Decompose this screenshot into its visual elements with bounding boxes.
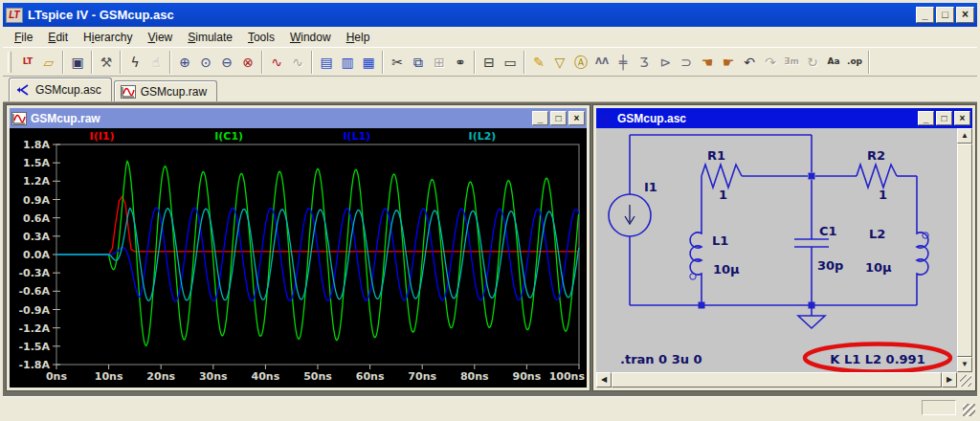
new-schematic-button[interactable]: LT xyxy=(17,51,38,74)
autorange-waveform-button[interactable]: ∿ xyxy=(266,51,287,74)
zoom-out-button[interactable]: ⊖ xyxy=(216,51,237,74)
autorange-waveform-icon: ∿ xyxy=(271,55,282,69)
spice-directive-button[interactable]: .op xyxy=(844,51,865,74)
svg-text:30p: 30p xyxy=(817,258,843,273)
schematic-minimize-button[interactable]: _ xyxy=(918,111,934,125)
window-titlebar[interactable]: LT LTspice IV - GSMcup.asc _ □ × xyxy=(3,3,977,27)
svg-text:90ns: 90ns xyxy=(513,370,542,383)
svg-text:0.9A: 0.9A xyxy=(23,194,50,207)
capacitor-button[interactable]: ╪ xyxy=(612,51,634,74)
print-preview-button[interactable]: ⊟ xyxy=(479,51,500,74)
schematic-maximize-button[interactable]: □ xyxy=(936,111,952,125)
svg-text:I(L2): I(L2) xyxy=(469,130,497,143)
close-button[interactable]: × xyxy=(956,7,974,23)
schematic-icon xyxy=(598,112,613,125)
schematic-window: GSMcup.asc _ □ × I1R11R21C130pL110µL210µ… xyxy=(593,105,975,390)
cut-button[interactable]: ✂ xyxy=(387,51,408,74)
schematic-canvas[interactable]: I1R11R21C130pL110µL210µ.tran 0 3u 0K L1 … xyxy=(596,128,957,372)
save-button[interactable]: ▣ xyxy=(67,51,88,74)
tile-horizontally-button[interactable]: ▤ xyxy=(316,51,337,74)
tile-vertically-button[interactable]: ▥ xyxy=(337,51,358,74)
svg-text:-1.8A: -1.8A xyxy=(18,359,50,371)
svg-text:10µ: 10µ xyxy=(713,262,740,277)
cascade-windows-button[interactable]: ▦ xyxy=(358,51,379,74)
svg-text:-0.9A: -0.9A xyxy=(18,304,50,317)
draw-wire-button[interactable]: ✎ xyxy=(528,51,549,74)
inductor-button[interactable]: Ʒ xyxy=(634,51,655,74)
open-button[interactable]: ▱ xyxy=(38,51,59,74)
mirror-button[interactable]: Ǝm xyxy=(781,51,802,74)
drag-button[interactable]: ☛ xyxy=(718,51,739,74)
print-preview-icon: ⊟ xyxy=(483,55,495,69)
status-bar xyxy=(3,396,977,418)
waveform-window-titlebar[interactable]: GSMcup.raw _ □ × xyxy=(10,108,587,128)
redo-button[interactable]: ↷ xyxy=(760,51,781,74)
copy-button[interactable]: ⧉ xyxy=(408,51,429,74)
diode-button[interactable]: ⊳ xyxy=(655,51,676,74)
window-title: LTspice IV - GSMcup.asc xyxy=(28,8,916,22)
menu-simulate[interactable]: Simulate xyxy=(180,29,240,46)
menu-edit[interactable]: Edit xyxy=(40,29,76,46)
text-button[interactable]: Aa xyxy=(823,51,844,74)
toolbar-group: ⊟▭ xyxy=(476,51,524,74)
schematic-vertical-scrollbar[interactable]: ▲ ▼ xyxy=(957,128,972,372)
scroll-down-arrow[interactable]: ▼ xyxy=(957,357,972,372)
svg-text:I1: I1 xyxy=(644,180,657,194)
control-panel-button[interactable]: ⚒ xyxy=(96,51,117,74)
move-button[interactable]: ☚ xyxy=(697,51,718,74)
waveform-maximize-button[interactable]: □ xyxy=(550,111,567,125)
menu-file[interactable]: File xyxy=(7,29,40,46)
svg-text:1: 1 xyxy=(879,188,887,202)
toolbar-group: ϟ☝ xyxy=(122,51,170,74)
minimize-button[interactable]: _ xyxy=(916,7,934,23)
schematic-window-titlebar[interactable]: GSMcup.asc _ □ × xyxy=(596,108,972,128)
zoom-box-button[interactable]: ⊙ xyxy=(195,51,216,74)
menu-view[interactable]: View xyxy=(140,29,180,46)
vertical-scroll-thumb[interactable] xyxy=(957,144,972,357)
cascade-windows-icon: ▦ xyxy=(362,55,374,69)
halt-button[interactable]: ☝ xyxy=(145,51,167,74)
waveform-minimize-button[interactable]: _ xyxy=(532,111,548,125)
menu-tools[interactable]: Tools xyxy=(240,29,282,46)
waveform-window: GSMcup.raw _ □ × 0ns10ns20ns30ns40ns50ns… xyxy=(7,105,590,390)
tab-gsmcup-raw[interactable]: GSMcup.raw xyxy=(114,80,217,101)
net-label-button[interactable]: Ⓐ xyxy=(570,51,591,74)
rotate-button[interactable]: ↻ xyxy=(802,51,823,74)
run-button[interactable]: ϟ xyxy=(124,51,145,74)
plot-settings-button[interactable]: ∿ xyxy=(287,51,308,74)
svg-text:100ns: 100ns xyxy=(549,370,586,383)
scroll-right-arrow[interactable]: ▶ xyxy=(942,372,957,388)
horizontal-scroll-thumb[interactable] xyxy=(612,372,942,388)
toolbar-gripper[interactable] xyxy=(8,52,11,73)
component-button[interactable]: ⊃ xyxy=(676,51,697,74)
toolbar-group: ✎▽ⒶΛΛ╪Ʒ⊳⊃☚☛↶↷Ǝm↻Aa.op xyxy=(525,51,869,74)
scroll-left-arrow[interactable]: ◀ xyxy=(596,372,612,388)
zoom-in-button[interactable]: ⊕ xyxy=(174,51,195,74)
schematic-horizontal-scrollbar[interactable]: ◀ ▶ xyxy=(596,372,957,388)
resize-grip[interactable] xyxy=(963,404,975,416)
svg-text:I(L1): I(L1) xyxy=(344,130,371,143)
tab-gsmcup-asc[interactable]: GSMcup.asc xyxy=(9,78,112,101)
draw-wire-icon: ✎ xyxy=(533,55,545,69)
undo-button[interactable]: ↶ xyxy=(739,51,760,74)
find-button[interactable]: ⚭ xyxy=(450,51,471,74)
print-button[interactable]: ▭ xyxy=(500,51,521,74)
menu-help[interactable]: Help xyxy=(339,29,378,46)
svg-text:L1: L1 xyxy=(712,233,728,248)
inductor-icon: Ʒ xyxy=(639,55,648,69)
maximize-button[interactable]: □ xyxy=(936,7,954,23)
svg-text:I(C1): I(C1) xyxy=(214,130,243,143)
ground-button[interactable]: ▽ xyxy=(549,51,570,74)
scroll-up-arrow[interactable]: ▲ xyxy=(957,128,972,144)
capacitor-icon: ╪ xyxy=(619,55,627,69)
paste-button[interactable]: ⊞ xyxy=(429,51,450,74)
svg-text:.tran 0 3u 0: .tran 0 3u 0 xyxy=(620,352,702,366)
waveform-close-button[interactable]: × xyxy=(568,111,585,125)
schematic-close-button[interactable]: × xyxy=(954,111,970,125)
scrollbar-corner-resize-grip[interactable] xyxy=(957,372,972,388)
zoom-full-extents-button[interactable]: ⊗ xyxy=(237,51,258,74)
menu-window[interactable]: Window xyxy=(282,29,339,46)
resistor-button[interactable]: ΛΛ xyxy=(591,51,612,74)
menu-hierarchy[interactable]: Hierarchy xyxy=(76,29,140,46)
waveform-plot-area[interactable]: 0ns10ns20ns30ns40ns50ns60ns70ns80ns90ns1… xyxy=(10,128,587,388)
